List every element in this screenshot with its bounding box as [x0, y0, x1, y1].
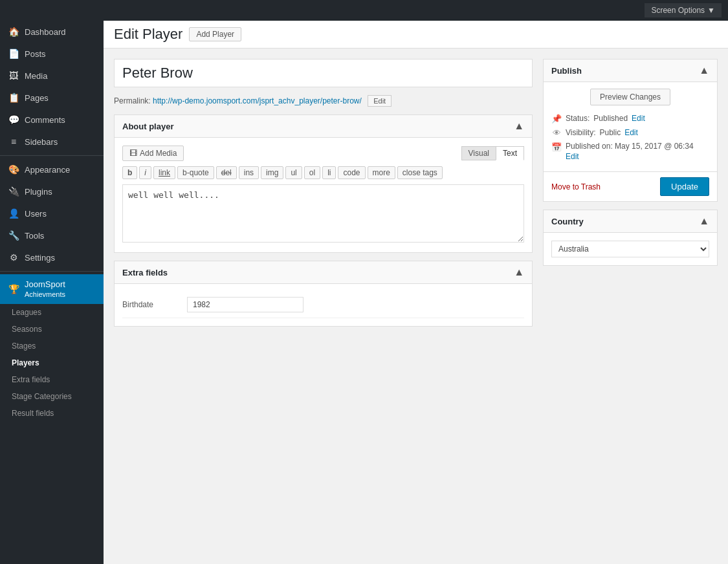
about-player-panel: About player ▲ 🎞 Add Media Visual	[114, 114, 533, 253]
sidebar-separator	[0, 155, 104, 156]
fmt-del[interactable]: del	[216, 166, 237, 179]
permalink-link[interactable]: http://wp-demo.joomsport.com/jsprt_achv_…	[153, 96, 362, 105]
sidebar-item-label: Appearance	[25, 165, 70, 175]
sidebar-item-tools[interactable]: 🔧 Tools	[0, 224, 104, 246]
sidebar-separator-2	[0, 271, 104, 272]
editor-toolbar-top: 🎞 Add Media Visual Text	[122, 146, 524, 161]
sidebar-item-pages[interactable]: 📋 Pages	[0, 87, 104, 109]
page-title: Edit Player	[114, 26, 182, 43]
plugins-icon: 🔌	[8, 186, 19, 197]
sidebar-item-label: Posts	[25, 49, 46, 59]
birthdate-label: Birthdate	[122, 300, 187, 309]
published-label: Published on:	[566, 142, 613, 151]
sidebar-item-label: Pages	[25, 93, 49, 103]
fmt-ins[interactable]: ins	[239, 166, 259, 179]
published-date: May 15, 2017 @ 06:34	[615, 142, 694, 151]
sidebar-sub-stages[interactable]: Stages	[0, 338, 104, 354]
fmt-bold[interactable]: b	[122, 166, 137, 179]
published-date-content: Published on: May 15, 2017 @ 06:34 Edit	[566, 142, 694, 161]
sidebar-item-users[interactable]: 👤 Users	[0, 202, 104, 224]
fmt-ul[interactable]: ul	[285, 166, 302, 179]
add-media-button[interactable]: 🎞 Add Media	[122, 146, 184, 161]
editor-tabs: Visual Text	[461, 146, 524, 160]
sidebar-sub-extra-fields[interactable]: Extra fields	[0, 371, 104, 388]
update-button[interactable]: Update	[660, 177, 709, 196]
admin-header: Edit Player Add Player	[104, 21, 728, 49]
country-panel-body: Australia United States United Kingdom C…	[544, 233, 717, 265]
move-to-trash-link[interactable]: Move to Trash	[551, 182, 601, 191]
status-edit-link[interactable]: Edit	[632, 114, 645, 123]
published-edit-link[interactable]: Edit	[566, 152, 694, 161]
posts-icon: 📄	[8, 48, 19, 60]
edit-slug-button[interactable]: Edit	[368, 95, 392, 107]
sidebar: 🏠 Dashboard 📄 Posts 🖼 Media 📋 Pages 💬 Co…	[0, 21, 104, 564]
fmt-code[interactable]: code	[338, 166, 365, 179]
extra-fields-header: Extra fields ▲	[115, 261, 532, 284]
permalink-bar: Permalink: http://wp-demo.joomsport.com/…	[114, 95, 533, 107]
tools-icon: 🔧	[8, 230, 19, 241]
fmt-img[interactable]: img	[261, 166, 283, 179]
country-toggle[interactable]: ▲	[699, 215, 709, 227]
content-editor[interactable]: well well well....	[122, 184, 524, 243]
tab-visual[interactable]: Visual	[461, 146, 496, 160]
fmt-link[interactable]: link	[153, 166, 175, 179]
about-player-body: 🎞 Add Media Visual Text b i	[115, 138, 532, 252]
sidebar-item-label: Comments	[25, 115, 65, 125]
sidebar-item-label: Users	[25, 209, 47, 219]
sidebar-sub-stage-categories[interactable]: Stage Categories	[0, 388, 104, 405]
tab-text[interactable]: Text	[496, 146, 524, 160]
fmt-italic[interactable]: i	[139, 166, 151, 179]
publish-panel: Publish ▲ Preview Changes 📌 Status: Publ…	[543, 59, 718, 202]
add-player-button[interactable]: Add Player	[189, 27, 241, 41]
birthdate-input[interactable]	[187, 297, 303, 312]
fmt-bquote[interactable]: b-quote	[177, 166, 214, 179]
player-name-input[interactable]	[122, 65, 524, 81]
about-player-title: About player	[122, 122, 173, 131]
calendar-icon: 📅	[551, 142, 562, 152]
visibility-row: 👁 Visibility: Public Edit	[551, 127, 709, 138]
country-title: Country	[551, 217, 584, 226]
dashboard-icon: 🏠	[8, 26, 19, 38]
sidebar-sub-seasons[interactable]: Seasons	[0, 321, 104, 338]
preview-changes-button[interactable]: Preview Changes	[590, 89, 670, 105]
layout: 🏠 Dashboard 📄 Posts 🖼 Media 📋 Pages 💬 Co…	[0, 21, 728, 564]
about-player-panel-header: About player ▲	[115, 115, 532, 138]
fmt-ol[interactable]: ol	[304, 166, 320, 179]
about-player-toggle[interactable]: ▲	[514, 120, 524, 132]
publish-toggle[interactable]: ▲	[699, 65, 709, 76]
sidebar-item-media[interactable]: 🖼 Media	[0, 65, 104, 87]
add-media-icon: 🎞	[129, 149, 137, 158]
publish-panel-header: Publish ▲	[544, 60, 717, 82]
sidebar-item-posts[interactable]: 📄 Posts	[0, 43, 104, 65]
fmt-more[interactable]: more	[368, 166, 395, 179]
extra-fields-panel: Extra fields ▲ Birthdate	[114, 261, 533, 327]
sidebar-sub-players[interactable]: Players	[0, 354, 104, 371]
screen-options-button[interactable]: Screen Options ▼	[645, 3, 722, 17]
sidebar-item-settings[interactable]: ⚙ Settings	[0, 246, 104, 268]
sidebar-item-plugins[interactable]: 🔌 Plugins	[0, 180, 104, 202]
sidebar-item-jomsport[interactable]: 🏆 JoomSport Achievments	[0, 274, 104, 304]
sidebar-sub-result-fields[interactable]: Result fields	[0, 405, 104, 422]
extra-fields-toggle[interactable]: ▲	[514, 266, 524, 278]
sidebar-item-comments[interactable]: 💬 Comments	[0, 109, 104, 131]
sidebar-item-dashboard[interactable]: 🏠 Dashboard	[0, 21, 104, 43]
country-panel: Country ▲ Australia United States United…	[543, 210, 718, 266]
country-select[interactable]: Australia United States United Kingdom C…	[551, 241, 709, 257]
birthdate-row: Birthdate	[122, 292, 524, 318]
published-date-row: 📅 Published on: May 15, 2017 @ 06:34 Edi…	[551, 142, 709, 161]
publish-title: Publish	[551, 66, 582, 76]
settings-icon: ⚙	[8, 252, 19, 263]
permalink-label: Permalink:	[114, 96, 151, 105]
status-row: 📌 Status: Published Edit	[551, 113, 709, 124]
visibility-edit-link[interactable]: Edit	[624, 128, 638, 137]
fmt-li[interactable]: li	[322, 166, 336, 179]
sidebar-item-label: Settings	[25, 253, 55, 263]
sidebar-item-sidebars[interactable]: ≡ Sidebars	[0, 131, 104, 153]
fmt-close-tags[interactable]: close tags	[397, 166, 443, 179]
sidebar-item-appearance[interactable]: 🎨 Appearance	[0, 158, 104, 180]
formatting-bar: b i link b-quote del ins img ul ol li co…	[122, 166, 524, 179]
sidebar-item-label: Dashboard	[25, 27, 66, 37]
status-label: Status:	[566, 114, 590, 123]
sidebar-sub-leagues[interactable]: Leagues	[0, 304, 104, 321]
jomsport-label: JoomSport Achievments	[25, 279, 65, 299]
